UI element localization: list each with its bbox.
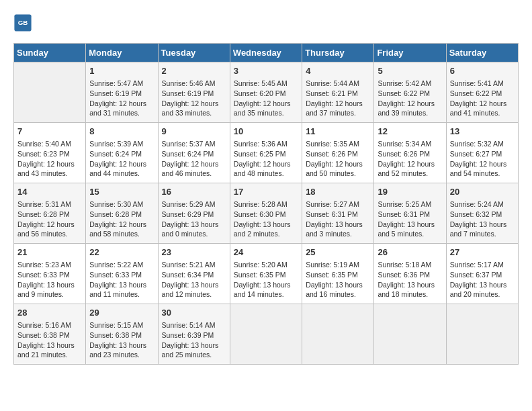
- day-number: 23: [162, 246, 226, 259]
- calendar-cell: 10Sunrise: 5:36 AM Sunset: 6:25 PM Dayli…: [230, 123, 302, 183]
- day-header-friday: Friday: [374, 44, 446, 62]
- day-number: 26: [378, 246, 442, 259]
- day-info: Sunrise: 5:42 AM Sunset: 6:22 PM Dayligh…: [378, 79, 442, 118]
- calendar-cell: 4Sunrise: 5:44 AM Sunset: 6:21 PM Daylig…: [302, 62, 374, 123]
- calendar-cell: 11Sunrise: 5:35 AM Sunset: 6:26 PM Dayli…: [302, 123, 374, 183]
- day-number: 25: [306, 246, 370, 259]
- day-info: Sunrise: 5:37 AM Sunset: 6:24 PM Dayligh…: [162, 139, 226, 179]
- calendar-cell: 27Sunrise: 5:17 AM Sunset: 6:37 PM Dayli…: [446, 244, 518, 304]
- day-header-sunday: Sunday: [14, 44, 86, 62]
- calendar-cell: 21Sunrise: 5:23 AM Sunset: 6:33 PM Dayli…: [14, 244, 86, 304]
- calendar-cell: [374, 304, 446, 365]
- calendar-cell: 1Sunrise: 5:47 AM Sunset: 6:19 PM Daylig…: [86, 62, 158, 123]
- day-info: Sunrise: 5:47 AM Sunset: 6:19 PM Dayligh…: [89, 79, 154, 118]
- logo: GB: [13, 13, 35, 32]
- logo-icon: GB: [13, 13, 32, 32]
- day-info: Sunrise: 5:46 AM Sunset: 6:19 PM Dayligh…: [162, 79, 226, 118]
- day-info: Sunrise: 5:45 AM Sunset: 6:20 PM Dayligh…: [234, 79, 298, 118]
- day-number: 24: [234, 246, 298, 259]
- calendar-cell: [14, 62, 86, 123]
- day-info: Sunrise: 5:30 AM Sunset: 6:28 PM Dayligh…: [89, 199, 154, 239]
- day-number: 9: [162, 126, 226, 138]
- day-header-saturday: Saturday: [446, 44, 518, 62]
- day-info: Sunrise: 5:25 AM Sunset: 6:31 PM Dayligh…: [378, 199, 442, 239]
- day-number: 27: [450, 246, 515, 259]
- calendar-cell: 6Sunrise: 5:41 AM Sunset: 6:22 PM Daylig…: [446, 62, 518, 123]
- day-number: 10: [234, 126, 298, 138]
- day-number: 5: [378, 65, 442, 77]
- day-number: 20: [450, 186, 515, 198]
- calendar-cell: 30Sunrise: 5:14 AM Sunset: 6:39 PM Dayli…: [158, 304, 230, 365]
- calendar-cell: 29Sunrise: 5:15 AM Sunset: 6:38 PM Dayli…: [86, 304, 158, 365]
- calendar-cell: 16Sunrise: 5:29 AM Sunset: 6:29 PM Dayli…: [158, 183, 230, 244]
- day-number: 21: [17, 246, 82, 259]
- calendar-cell: 13Sunrise: 5:32 AM Sunset: 6:27 PM Dayli…: [446, 123, 518, 183]
- day-info: Sunrise: 5:20 AM Sunset: 6:35 PM Dayligh…: [234, 260, 298, 300]
- day-number: 3: [234, 65, 298, 77]
- calendar-cell: 19Sunrise: 5:25 AM Sunset: 6:31 PM Dayli…: [374, 183, 446, 244]
- day-info: Sunrise: 5:14 AM Sunset: 6:39 PM Dayligh…: [162, 320, 226, 360]
- day-info: Sunrise: 5:22 AM Sunset: 6:33 PM Dayligh…: [89, 260, 154, 300]
- day-info: Sunrise: 5:18 AM Sunset: 6:36 PM Dayligh…: [378, 260, 442, 300]
- day-number: 18: [306, 186, 370, 198]
- day-number: 13: [450, 126, 515, 138]
- calendar-cell: 15Sunrise: 5:30 AM Sunset: 6:28 PM Dayli…: [86, 183, 158, 244]
- calendar-cell: 18Sunrise: 5:27 AM Sunset: 6:31 PM Dayli…: [302, 183, 374, 244]
- day-number: 28: [17, 307, 82, 319]
- day-header-monday: Monday: [86, 44, 158, 62]
- day-number: 16: [162, 186, 226, 198]
- calendar-cell: 25Sunrise: 5:19 AM Sunset: 6:35 PM Dayli…: [302, 244, 374, 304]
- day-number: 8: [89, 126, 154, 138]
- calendar-cell: 7Sunrise: 5:40 AM Sunset: 6:23 PM Daylig…: [14, 123, 86, 183]
- calendar-cell: 2Sunrise: 5:46 AM Sunset: 6:19 PM Daylig…: [158, 62, 230, 123]
- day-number: 22: [89, 246, 154, 259]
- calendar-table: SundayMondayTuesdayWednesdayThursdayFrid…: [13, 43, 519, 365]
- day-info: Sunrise: 5:31 AM Sunset: 6:28 PM Dayligh…: [17, 199, 82, 239]
- calendar-cell: 20Sunrise: 5:24 AM Sunset: 6:32 PM Dayli…: [446, 183, 518, 244]
- calendar-cell: 26Sunrise: 5:18 AM Sunset: 6:36 PM Dayli…: [374, 244, 446, 304]
- calendar-cell: 12Sunrise: 5:34 AM Sunset: 6:26 PM Dayli…: [374, 123, 446, 183]
- day-number: 1: [89, 65, 154, 77]
- calendar-cell: [230, 304, 302, 365]
- day-number: 4: [306, 65, 370, 77]
- day-info: Sunrise: 5:17 AM Sunset: 6:37 PM Dayligh…: [450, 260, 515, 300]
- day-info: Sunrise: 5:35 AM Sunset: 6:26 PM Dayligh…: [306, 139, 370, 179]
- day-number: 17: [234, 186, 298, 198]
- svg-text:GB: GB: [18, 19, 28, 26]
- calendar-cell: 22Sunrise: 5:22 AM Sunset: 6:33 PM Dayli…: [86, 244, 158, 304]
- day-info: Sunrise: 5:19 AM Sunset: 6:35 PM Dayligh…: [306, 260, 370, 300]
- day-number: 11: [306, 126, 370, 138]
- calendar-cell: 28Sunrise: 5:16 AM Sunset: 6:38 PM Dayli…: [14, 304, 86, 365]
- day-info: Sunrise: 5:28 AM Sunset: 6:30 PM Dayligh…: [234, 199, 298, 239]
- day-info: Sunrise: 5:36 AM Sunset: 6:25 PM Dayligh…: [234, 139, 298, 179]
- calendar-cell: [302, 304, 374, 365]
- day-number: 2: [162, 65, 226, 77]
- day-number: 29: [89, 307, 154, 319]
- day-number: 30: [162, 307, 226, 319]
- day-info: Sunrise: 5:23 AM Sunset: 6:33 PM Dayligh…: [17, 260, 82, 300]
- day-info: Sunrise: 5:24 AM Sunset: 6:32 PM Dayligh…: [450, 199, 515, 239]
- day-info: Sunrise: 5:39 AM Sunset: 6:24 PM Dayligh…: [89, 139, 154, 179]
- calendar-cell: 23Sunrise: 5:21 AM Sunset: 6:34 PM Dayli…: [158, 244, 230, 304]
- calendar-cell: 5Sunrise: 5:42 AM Sunset: 6:22 PM Daylig…: [374, 62, 446, 123]
- day-info: Sunrise: 5:32 AM Sunset: 6:27 PM Dayligh…: [450, 139, 515, 179]
- calendar-cell: 3Sunrise: 5:45 AM Sunset: 6:20 PM Daylig…: [230, 62, 302, 123]
- day-number: 12: [378, 126, 442, 138]
- day-info: Sunrise: 5:34 AM Sunset: 6:26 PM Dayligh…: [378, 139, 442, 179]
- day-info: Sunrise: 5:15 AM Sunset: 6:38 PM Dayligh…: [89, 320, 154, 360]
- day-number: 15: [89, 186, 154, 198]
- day-number: 14: [17, 186, 82, 198]
- day-header-thursday: Thursday: [302, 44, 374, 62]
- day-info: Sunrise: 5:44 AM Sunset: 6:21 PM Dayligh…: [306, 79, 370, 118]
- calendar-cell: 8Sunrise: 5:39 AM Sunset: 6:24 PM Daylig…: [86, 123, 158, 183]
- calendar-cell: 14Sunrise: 5:31 AM Sunset: 6:28 PM Dayli…: [14, 183, 86, 244]
- calendar-cell: 24Sunrise: 5:20 AM Sunset: 6:35 PM Dayli…: [230, 244, 302, 304]
- day-number: 7: [17, 126, 82, 138]
- day-info: Sunrise: 5:16 AM Sunset: 6:38 PM Dayligh…: [17, 320, 82, 360]
- day-header-tuesday: Tuesday: [158, 44, 230, 62]
- day-info: Sunrise: 5:41 AM Sunset: 6:22 PM Dayligh…: [450, 79, 515, 118]
- day-info: Sunrise: 5:29 AM Sunset: 6:29 PM Dayligh…: [162, 199, 226, 239]
- header: GB: [13, 13, 519, 32]
- day-number: 19: [378, 186, 442, 198]
- day-info: Sunrise: 5:27 AM Sunset: 6:31 PM Dayligh…: [306, 199, 370, 239]
